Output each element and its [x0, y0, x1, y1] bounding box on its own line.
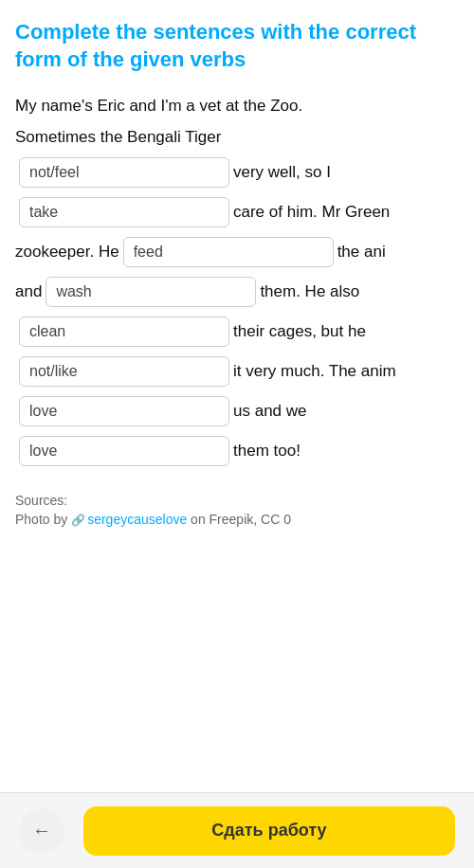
bottom-bar: ← Сдать работу: [0, 792, 474, 868]
intro-line-2: Sometimes the Bengali Tiger: [15, 123, 459, 153]
clean-input[interactable]: [19, 316, 229, 347]
the-ani: the ani: [337, 238, 386, 267]
it-very-much: it very much. The anim: [233, 357, 396, 387]
feed-input[interactable]: [123, 237, 334, 267]
intro-text-1: My name's Eric and I'm a vet at the Zoo.: [15, 92, 302, 121]
page-title: Complete the sentences with the correct …: [15, 19, 459, 73]
zookeeper-he: zookeeper. He: [15, 238, 119, 267]
wash-input[interactable]: [46, 277, 256, 307]
us-and-we: us and we: [233, 397, 307, 426]
intro-text-2: Sometimes the Bengali Tiger: [15, 123, 221, 153]
sources-section: Sources: Photo by sergeycauselove on Fre…: [15, 493, 459, 527]
care-of-him: care of him. Mr Green: [233, 198, 390, 227]
line-love1: us and we: [15, 392, 459, 430]
not-like-input[interactable]: [19, 356, 229, 387]
and-text: and: [15, 278, 42, 307]
line-take: care of him. Mr Green: [15, 193, 459, 231]
photo-credit-link[interactable]: sergeycauselove: [71, 512, 187, 527]
photo-credit-prefix: Photo by: [15, 512, 67, 527]
sources-label: Sources:: [15, 493, 459, 508]
line-feed: zookeeper. He the ani: [15, 233, 459, 271]
take-input[interactable]: [19, 197, 229, 227]
line-wash: and them. He also: [15, 273, 459, 311]
love1-input[interactable]: [19, 396, 229, 426]
photo-credit: Photo by sergeycauselove on Freepik, CC …: [15, 512, 459, 527]
them-he-also: them. He also: [260, 278, 359, 307]
line-clean: their cages, but he: [15, 313, 459, 351]
back-button[interactable]: ←: [19, 808, 64, 854]
intro-line-1: My name's Eric and I'm a vet at the Zoo.: [15, 92, 459, 121]
their-cages: their cages, but he: [233, 317, 366, 347]
them-too: them too!: [233, 437, 301, 466]
submit-button[interactable]: Сдать работу: [83, 806, 455, 856]
line-love2: them too!: [15, 432, 459, 470]
exercise-text: My name's Eric and I'm a vet at the Zoo.…: [15, 92, 459, 470]
line-not-feel: very well, so I: [15, 154, 459, 191]
very-well-so-i: very well, so I: [233, 158, 331, 188]
content-area: Complete the sentences with the correct …: [0, 0, 474, 641]
not-feel-input[interactable]: [19, 157, 229, 188]
love2-input[interactable]: [19, 436, 229, 466]
line-not-like: it very much. The anim: [15, 353, 459, 390]
photo-credit-suffix: on Freepik, CC 0: [191, 512, 291, 527]
